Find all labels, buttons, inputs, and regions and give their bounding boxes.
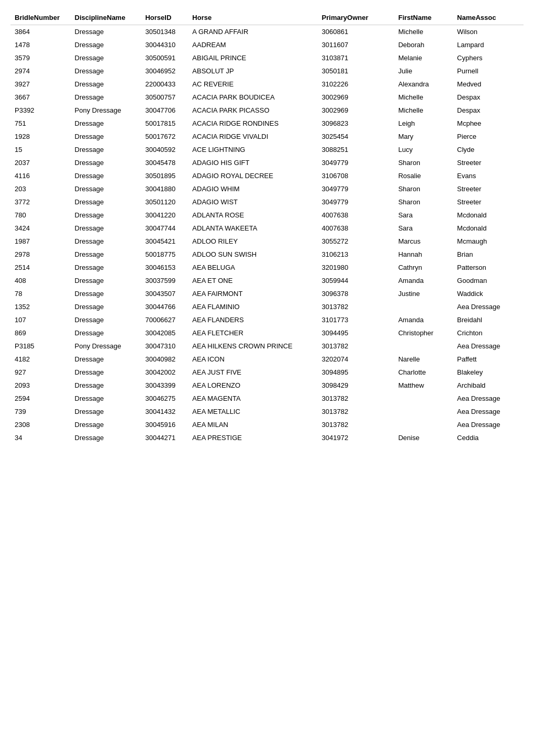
table-row: 2974Dressage30046952ABSOLUT JP3050181Jul… xyxy=(10,64,524,78)
table-cell: Aea Dressage xyxy=(453,339,524,353)
table-cell: 3011607 xyxy=(318,38,394,51)
table-cell xyxy=(394,405,453,418)
table-cell: Michelle xyxy=(394,91,453,104)
table-cell: 3088251 xyxy=(318,143,394,156)
table-cell: 3094495 xyxy=(318,326,394,339)
table-cell: Pony Dressage xyxy=(71,104,141,117)
col-header-nameassoc: NameAssoc xyxy=(453,10,524,25)
table-cell: 30041432 xyxy=(141,405,188,418)
table-cell: Rosalie xyxy=(394,169,453,182)
table-row: 3927Dressage22000433AC REVERIE3102226Ale… xyxy=(10,78,524,91)
table-cell: 3002969 xyxy=(318,104,394,117)
table-cell: AEA JUST FIVE xyxy=(188,366,317,379)
table-cell: Dressage xyxy=(71,117,141,130)
table-cell: 3049779 xyxy=(318,195,394,209)
table-cell: 3098429 xyxy=(318,379,394,392)
table-cell: AC REVERIE xyxy=(188,78,317,91)
table-row: 2308Dressage30045916AEA MILAN3013782Aea … xyxy=(10,418,524,431)
table-cell: Dressage xyxy=(71,195,141,209)
table-cell: AEA FLAMINIO xyxy=(188,300,317,313)
table-cell: Dressage xyxy=(71,353,141,366)
table-cell: 30501348 xyxy=(141,25,188,39)
table-cell: 4182 xyxy=(10,353,71,366)
table-cell: Dressage xyxy=(71,326,141,339)
table-cell: AEA FLANDERS xyxy=(188,313,317,326)
table-cell: AEA ICON xyxy=(188,353,317,366)
table-cell: Despax xyxy=(453,91,524,104)
table-cell: 3101773 xyxy=(318,313,394,326)
table-row: 4182Dressage30040982AEA ICON3202074Narel… xyxy=(10,353,524,366)
table-cell: ADAGIO WHIM xyxy=(188,182,317,195)
table-cell: ADLOO RILEY xyxy=(188,235,317,248)
table-cell: Ceddia xyxy=(453,431,524,444)
table-row: 1352Dressage30044766AEA FLAMINIO3013782A… xyxy=(10,300,524,313)
table-cell: Dressage xyxy=(71,156,141,169)
table-row: 1987Dressage30045421ADLOO RILEY3055272Ma… xyxy=(10,235,524,248)
table-cell: Charlotte xyxy=(394,366,453,379)
table-cell: Dressage xyxy=(71,379,141,392)
col-header-bridle: BridleNumber xyxy=(10,10,71,25)
table-cell: 3060861 xyxy=(318,25,394,39)
table-cell: Wilson xyxy=(453,25,524,39)
table-row: 2514Dressage30046153AEA BELUGA3201980Cat… xyxy=(10,261,524,274)
table-cell: Mcdonald xyxy=(453,222,524,235)
table-cell: 3096378 xyxy=(318,287,394,300)
table-cell: 50017815 xyxy=(141,117,188,130)
table-cell: 3050181 xyxy=(318,64,394,78)
table-row: 2037Dressage30045478ADAGIO HIS GIFT30497… xyxy=(10,156,524,169)
table-cell: Purnell xyxy=(453,64,524,78)
table-cell: 4007638 xyxy=(318,209,394,222)
table-cell: 107 xyxy=(10,313,71,326)
table-cell: 30045421 xyxy=(141,235,188,248)
table-cell: 3013782 xyxy=(318,300,394,313)
col-header-horseid: HorseID xyxy=(141,10,188,25)
table-cell: 3106708 xyxy=(318,169,394,182)
table-cell: Dressage xyxy=(71,64,141,78)
table-cell: 30042085 xyxy=(141,326,188,339)
table-cell: Dressage xyxy=(71,143,141,156)
table-cell: 1478 xyxy=(10,38,71,51)
table-cell: 70006627 xyxy=(141,313,188,326)
table-cell: AEA ET ONE xyxy=(188,274,317,287)
table-cell: ADLANTA ROSE xyxy=(188,209,317,222)
table-cell: Dressage xyxy=(71,209,141,222)
table-cell: Waddick xyxy=(453,287,524,300)
table-cell: Archibald xyxy=(453,379,524,392)
table-cell: 3927 xyxy=(10,78,71,91)
table-cell: Sara xyxy=(394,222,453,235)
table-cell: 4007638 xyxy=(318,222,394,235)
table-cell: Dressage xyxy=(71,431,141,444)
table-cell: 4116 xyxy=(10,169,71,182)
table-cell: Streeter xyxy=(453,182,524,195)
data-table: BridleNumber DisciplineName HorseID Hors… xyxy=(10,10,524,444)
table-row: 3864Dressage30501348A GRAND AFFAIR306086… xyxy=(10,25,524,39)
table-cell: Dressage xyxy=(71,405,141,418)
table-cell: 30043399 xyxy=(141,379,188,392)
table-cell: 30047706 xyxy=(141,104,188,117)
table-cell: Hannah xyxy=(394,248,453,261)
table-cell: 50017672 xyxy=(141,130,188,143)
table-cell: ACACIA RIDGE RONDINES xyxy=(188,117,317,130)
table-cell: Dressage xyxy=(71,222,141,235)
table-cell: 3041972 xyxy=(318,431,394,444)
table-cell: Paffett xyxy=(453,353,524,366)
table-cell: 30041880 xyxy=(141,182,188,195)
table-cell: Aea Dressage xyxy=(453,405,524,418)
table-cell: Streeter xyxy=(453,195,524,209)
table-cell: ABIGAIL PRINCE xyxy=(188,51,317,64)
table-cell: 2978 xyxy=(10,248,71,261)
table-cell: 3094895 xyxy=(318,366,394,379)
table-cell: Patterson xyxy=(453,261,524,274)
table-cell: Lampard xyxy=(453,38,524,51)
table-row: 3667Dressage30500757ACACIA PARK BOUDICEA… xyxy=(10,91,524,104)
table-cell: Sharon xyxy=(394,156,453,169)
table-cell: Mcphee xyxy=(453,117,524,130)
table-cell: Dressage xyxy=(71,287,141,300)
table-cell: 30044310 xyxy=(141,38,188,51)
table-cell: Pony Dressage xyxy=(71,339,141,353)
table-cell: Dressage xyxy=(71,78,141,91)
table-cell: Matthew xyxy=(394,379,453,392)
table-cell: 3667 xyxy=(10,91,71,104)
table-cell: 3202074 xyxy=(318,353,394,366)
table-cell: Dressage xyxy=(71,130,141,143)
